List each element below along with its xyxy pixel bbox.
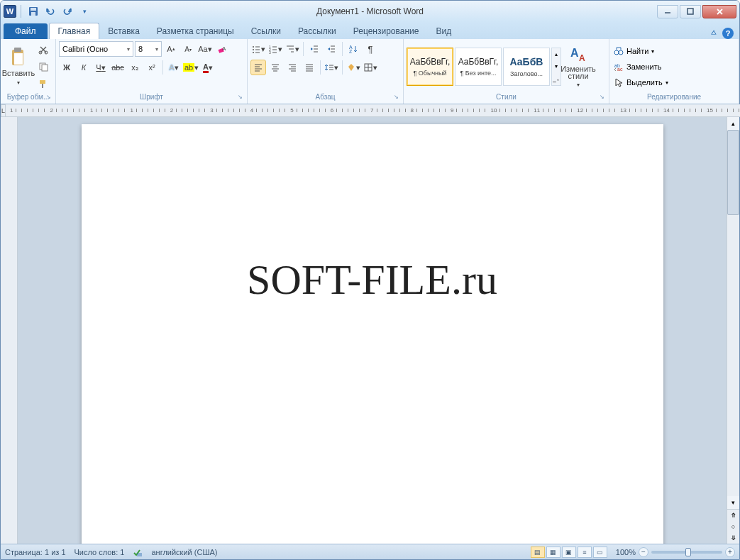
view-outline-icon[interactable]: ≡: [578, 547, 592, 558]
grow-font-icon[interactable]: A▴: [163, 41, 179, 57]
strikethrough-button[interactable]: abc: [110, 60, 126, 75]
style-scroll-down-icon[interactable]: ▾: [552, 60, 560, 72]
word-app-icon[interactable]: W: [4, 5, 16, 18]
underline-button[interactable]: Ч▾: [93, 60, 109, 75]
view-fullscreen-icon[interactable]: ▦: [546, 547, 560, 558]
minimize-ribbon-icon[interactable]: ㅿ: [709, 27, 718, 39]
help-icon[interactable]: ?: [722, 28, 734, 39]
numbering-icon[interactable]: 123▾: [267, 41, 283, 57]
paste-button[interactable]: Вставить ▾: [4, 43, 33, 91]
style-expand-icon[interactable]: ⎯▾: [552, 73, 560, 85]
zoom-thumb[interactable]: [685, 548, 691, 556]
style-nospacing[interactable]: АаБбВвГг, ¶ Без инте...: [455, 48, 502, 86]
group-font-label[interactable]: Шрифт: [59, 92, 244, 104]
view-draft-icon[interactable]: ▭: [593, 547, 607, 558]
maximize-button[interactable]: [680, 5, 701, 18]
highlight-icon[interactable]: ab▾: [183, 60, 199, 75]
find-button[interactable]: Найти▾: [612, 44, 670, 58]
tab-insert[interactable]: Вставка: [99, 23, 148, 39]
text-effects-icon[interactable]: A▾: [166, 60, 182, 75]
borders-icon[interactable]: ▾: [363, 60, 378, 75]
document-text[interactable]: SOFT-FILE.ru: [82, 256, 663, 304]
tab-file[interactable]: Файл: [4, 23, 48, 39]
save-icon[interactable]: [26, 4, 41, 19]
qat-customize-icon[interactable]: ▾: [77, 4, 92, 19]
view-print-layout-icon[interactable]: ▤: [531, 547, 545, 558]
shrink-font-icon[interactable]: A▾: [180, 41, 196, 57]
tab-view[interactable]: Вид: [427, 23, 460, 39]
font-color-icon[interactable]: A▾: [200, 60, 216, 75]
font-name-combo[interactable]: Calibri (Осно▾: [59, 41, 133, 57]
cut-icon[interactable]: [35, 42, 51, 57]
increase-indent-icon[interactable]: [324, 41, 339, 57]
minimize-button[interactable]: [657, 5, 678, 18]
scroll-thumb[interactable]: [727, 130, 739, 215]
zoom-slider[interactable]: [651, 551, 722, 554]
zoom-in-icon[interactable]: +: [725, 547, 735, 557]
line-spacing-icon[interactable]: ▾: [324, 60, 339, 75]
align-right-icon[interactable]: [285, 60, 300, 75]
next-page-icon[interactable]: ⤋: [727, 532, 739, 544]
browse-select-icon[interactable]: ○: [727, 521, 739, 532]
svg-text:A: A: [222, 45, 226, 52]
justify-icon[interactable]: [302, 60, 317, 75]
view-web-icon[interactable]: ▣: [562, 547, 576, 558]
prev-page-icon[interactable]: ⤊: [727, 510, 739, 521]
subscript-button[interactable]: x₂: [127, 60, 143, 75]
style-heading1[interactable]: АаБбВ Заголово...: [503, 48, 550, 86]
vertical-ruler[interactable]: [1, 117, 18, 544]
change-styles-button[interactable]: AA Изменить стили ▾: [563, 43, 593, 91]
status-language[interactable]: английский (США): [151, 548, 217, 556]
select-button[interactable]: Выделить▾: [612, 75, 670, 89]
status-words[interactable]: Число слов: 1: [74, 548, 125, 556]
status-page[interactable]: Страница: 1 из 1: [5, 548, 66, 556]
shading-icon[interactable]: ▾: [346, 60, 361, 75]
group-paragraph-label[interactable]: Абзац: [250, 92, 400, 104]
page[interactable]: SOFT-FILE.ru: [82, 124, 663, 544]
separator: [342, 42, 343, 56]
separator: [342, 60, 343, 75]
bold-button[interactable]: Ж: [59, 60, 74, 75]
style-scroll-up-icon[interactable]: ▴: [552, 48, 560, 60]
align-center-icon[interactable]: [267, 60, 283, 75]
horizontal-ruler[interactable]: 1211234567891011121314151617: [6, 104, 740, 117]
separator: [162, 60, 163, 75]
zoom-out-icon[interactable]: −: [639, 547, 648, 557]
font-size-combo[interactable]: 8▾: [135, 41, 162, 57]
help-area: ㅿ ?: [709, 27, 739, 39]
italic-button[interactable]: К: [76, 60, 92, 75]
style-normal[interactable]: АаБбВвГг, ¶ Обычный: [407, 48, 453, 86]
tab-review[interactable]: Рецензирование: [345, 23, 428, 39]
zoom-level[interactable]: 100%: [616, 548, 636, 556]
close-button[interactable]: [702, 5, 736, 18]
redo-icon[interactable]: [60, 4, 75, 19]
bullets-icon[interactable]: ▾: [250, 41, 266, 57]
replace-button[interactable]: abac Заменить: [612, 60, 670, 74]
tab-home[interactable]: Главная: [49, 23, 100, 39]
decrease-indent-icon[interactable]: [307, 41, 322, 57]
show-marks-icon[interactable]: ¶: [363, 41, 378, 57]
scroll-track[interactable]: [727, 130, 739, 496]
tab-mailings[interactable]: Рассылки: [289, 23, 345, 39]
document-scroll-area[interactable]: SOFT-FILE.ru: [18, 117, 727, 544]
svg-rect-9: [14, 53, 23, 65]
group-styles-label[interactable]: Стили: [407, 92, 606, 104]
scroll-up-icon[interactable]: ▴: [727, 117, 739, 130]
tab-pagelayout[interactable]: Разметка страницы: [148, 23, 243, 39]
tab-references[interactable]: Ссылки: [243, 23, 289, 39]
proofing-icon[interactable]: [133, 547, 143, 557]
tab-selector[interactable]: L: [1, 104, 6, 117]
group-clipboard-label[interactable]: Буфер обм...: [4, 92, 53, 104]
scroll-down-icon[interactable]: ▾: [727, 496, 739, 509]
clear-formatting-icon[interactable]: A: [214, 41, 230, 57]
svg-rect-13: [42, 65, 48, 71]
undo-icon[interactable]: [43, 4, 58, 19]
copy-icon[interactable]: [35, 59, 51, 75]
change-case-icon[interactable]: Aa▾: [197, 41, 213, 57]
word-window: W ▾ Документ1 - Microsoft Word Файл Глав…: [0, 0, 740, 560]
superscript-button[interactable]: x²: [144, 60, 160, 75]
align-left-icon[interactable]: [250, 60, 266, 75]
format-painter-icon[interactable]: [35, 76, 51, 92]
multilevel-list-icon[interactable]: ▾: [285, 41, 300, 57]
sort-icon[interactable]: AZ: [346, 41, 361, 57]
